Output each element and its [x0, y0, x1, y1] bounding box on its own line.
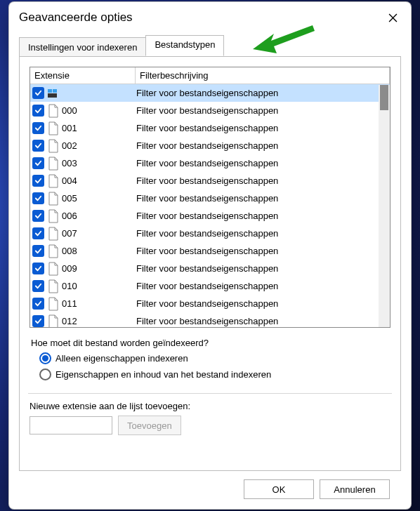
extension-cell: 007: [62, 228, 136, 239]
extension-cell: 000: [62, 105, 136, 116]
add-extension-button[interactable]: Toevoegen: [118, 416, 181, 435]
add-extension-label: Nieuwe extensie aan de lijst toevoegen:: [29, 401, 391, 411]
table-row[interactable]: 000Filter voor bestandseigenschappen: [30, 102, 390, 119]
app-icon: [47, 86, 59, 100]
add-extension-row: Toevoegen: [29, 416, 391, 435]
file-icon: [47, 262, 59, 276]
row-checkbox[interactable]: [32, 263, 44, 274]
file-icon: [47, 139, 59, 153]
extension-cell: 010: [62, 281, 136, 291]
filter-description-cell: Filter voor bestandseigenschappen: [136, 105, 390, 116]
file-icon: [47, 157, 59, 171]
radio-icon: [39, 369, 51, 380]
column-filter[interactable]: Filterbeschrijving: [136, 67, 390, 84]
extension-cell: 002: [62, 140, 136, 151]
row-checkbox[interactable]: [32, 210, 44, 222]
svg-rect-0: [48, 89, 52, 93]
row-checkbox[interactable]: [32, 298, 44, 310]
extension-cell: 012: [62, 316, 136, 326]
table-row[interactable]: 011Filter voor bestandseigenschappen: [30, 295, 390, 312]
file-icon: [47, 192, 59, 206]
scrollbar[interactable]: [379, 85, 390, 327]
row-checkbox[interactable]: [32, 280, 44, 292]
filter-description-cell: Filter voor bestandseigenschappen: [136, 193, 390, 204]
table-row[interactable]: 008Filter voor bestandseigenschappen: [30, 242, 390, 260]
extension-cell: 006: [62, 211, 136, 221]
extension-cell: 003: [62, 158, 136, 168]
table-row[interactable]: 005Filter voor bestandseigenschappen: [30, 190, 390, 207]
ok-button[interactable]: OK: [244, 479, 314, 499]
extension-cell: 004: [62, 175, 136, 186]
extension-cell: 005: [62, 193, 136, 204]
svg-rect-1: [53, 89, 57, 93]
new-extension-input[interactable]: [29, 416, 112, 434]
filter-description-cell: Filter voor bestandseigenschappen: [136, 211, 390, 221]
table-row[interactable]: 002Filter voor bestandseigenschappen: [30, 137, 390, 154]
filter-description-cell: Filter voor bestandseigenschappen: [136, 281, 390, 291]
advanced-options-dialog: Geavanceerde opties Instellingen voor in…: [8, 1, 412, 510]
row-checkbox[interactable]: [32, 122, 44, 134]
table-row[interactable]: 009Filter voor bestandseigenschappen: [30, 260, 390, 277]
file-icon: [47, 104, 59, 118]
row-checkbox[interactable]: [32, 192, 44, 204]
table-row[interactable]: 001Filter voor bestandseigenschappen: [30, 119, 390, 137]
extension-cell: 008: [62, 246, 136, 256]
file-icon: [47, 314, 59, 328]
table-row[interactable]: 006Filter voor bestandseigenschappen: [30, 207, 390, 225]
file-icon: [47, 244, 59, 258]
row-checkbox[interactable]: [32, 87, 44, 99]
scrollbar-thumb[interactable]: [380, 85, 388, 110]
file-icon: [47, 297, 59, 311]
tab-indexing-settings[interactable]: Instellingen voor indexeren: [19, 37, 146, 58]
filter-description-cell: Filter voor bestandseigenschappen: [136, 123, 390, 133]
tab-file-types[interactable]: Bestandstypen: [145, 35, 224, 56]
filter-description-cell: Filter voor bestandseigenschappen: [136, 246, 390, 256]
filter-description-cell: Filter voor bestandseigenschappen: [136, 228, 390, 239]
tab-strip: Instellingen voor indexeren Bestandstype…: [19, 36, 401, 56]
tabpage-file-types: Extensie Filterbeschrijving Filter voor …: [19, 56, 401, 471]
radio-label: Eigenschappen en inhoud van het bestand …: [55, 369, 271, 380]
row-checkbox[interactable]: [32, 157, 44, 169]
radio-icon: [39, 352, 51, 364]
close-button[interactable]: [380, 8, 405, 27]
row-checkbox[interactable]: [32, 315, 44, 327]
table-row[interactable]: Filter voor bestandseigenschappen: [30, 84, 390, 102]
radio-label: Alleen eigenschappen indexeren: [55, 353, 188, 364]
svg-rect-2: [48, 93, 57, 98]
table-row[interactable]: 007Filter voor bestandseigenschappen: [30, 225, 390, 242]
radio-properties-and-content[interactable]: Eigenschappen en inhoud van het bestand …: [39, 369, 389, 380]
table-row[interactable]: 004Filter voor bestandseigenschappen: [30, 172, 390, 190]
filter-description-cell: Filter voor bestandseigenschappen: [136, 298, 390, 309]
row-checkbox[interactable]: [32, 105, 44, 117]
titlebar: Geavanceerde opties: [9, 2, 411, 30]
radio-properties-only[interactable]: Alleen eigenschappen indexeren: [39, 352, 389, 364]
row-checkbox[interactable]: [32, 245, 44, 257]
filter-description-cell: Filter voor bestandseigenschappen: [136, 263, 390, 274]
dialog-body: Instellingen voor indexeren Bestandstype…: [9, 30, 411, 509]
table-row[interactable]: 010Filter voor bestandseigenschappen: [30, 277, 390, 295]
file-icon: [47, 121, 59, 135]
file-type-list[interactable]: Extensie Filterbeschrijving Filter voor …: [29, 67, 391, 328]
table-row[interactable]: 003Filter voor bestandseigenschappen: [30, 154, 390, 172]
filter-description-cell: Filter voor bestandseigenschappen: [136, 158, 390, 168]
file-icon: [47, 209, 59, 223]
cancel-button[interactable]: Annuleren: [320, 479, 390, 499]
row-checkbox[interactable]: [32, 140, 44, 152]
indexing-mode-section: Hoe moet dit bestand worden geïndexeerd?…: [31, 338, 389, 383]
extension-cell: 011: [62, 298, 136, 309]
extension-cell: 001: [62, 123, 136, 133]
extension-cell: 009: [62, 263, 136, 274]
filter-description-cell: Filter voor bestandseigenschappen: [136, 175, 390, 186]
row-checkbox[interactable]: [32, 227, 44, 239]
file-icon: [47, 174, 59, 188]
close-icon: [388, 13, 398, 22]
list-header: Extensie Filterbeschrijving: [30, 67, 390, 84]
filter-description-cell: Filter voor bestandseigenschappen: [136, 316, 390, 326]
indexing-question-label: Hoe moet dit bestand worden geïndexeerd?: [31, 338, 389, 348]
table-row[interactable]: 012Filter voor bestandseigenschappen: [30, 312, 390, 327]
divider: [28, 393, 392, 394]
row-checkbox[interactable]: [32, 175, 44, 187]
column-extension[interactable]: Extensie: [30, 67, 136, 84]
dialog-title: Geavanceerde opties: [19, 11, 133, 25]
filter-description-cell: Filter voor bestandseigenschappen: [136, 140, 390, 151]
